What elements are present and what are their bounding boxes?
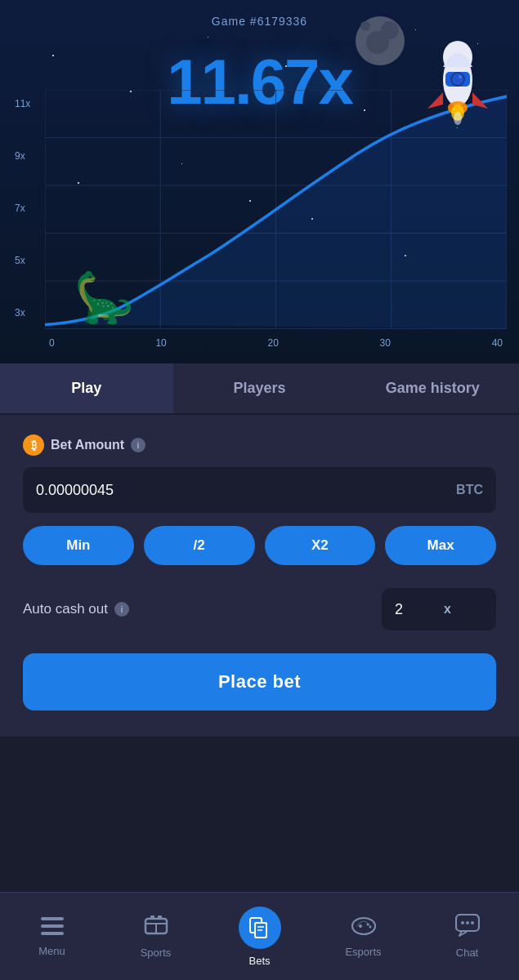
svg-rect-21 xyxy=(41,924,64,928)
y-label-5x: 5x xyxy=(15,255,30,266)
esports-icon xyxy=(351,915,377,942)
svg-rect-22 xyxy=(41,932,64,935)
svg-point-40 xyxy=(466,921,469,924)
btc-icon: ₿ xyxy=(23,434,44,456)
y-label-7x: 7x xyxy=(15,203,30,214)
svg-rect-20 xyxy=(41,917,64,920)
game-id: Game #6179336 xyxy=(212,15,307,28)
tab-players[interactable]: Players xyxy=(173,363,347,413)
bets-icon xyxy=(239,906,281,949)
y-label-3x: 3x xyxy=(15,307,30,318)
nav-label-menu: Menu xyxy=(38,945,65,957)
nav-item-chat[interactable]: Chat xyxy=(415,893,519,980)
tab-game-history[interactable]: Game history xyxy=(346,363,519,413)
x-label-30: 30 xyxy=(380,337,391,349)
nav-item-sports[interactable]: Sports xyxy=(104,893,208,980)
svg-point-8 xyxy=(454,112,462,125)
nav-item-menu[interactable]: Menu xyxy=(0,893,104,980)
menu-icon xyxy=(41,915,64,941)
svg-point-41 xyxy=(471,921,474,924)
bet-currency-label: BTC xyxy=(456,483,483,497)
bet-amount-label-text: Bet Amount xyxy=(51,438,124,452)
bottom-spacer xyxy=(0,737,519,826)
bet-amount-info-icon[interactable]: i xyxy=(131,438,145,452)
half-button[interactable]: /2 xyxy=(144,526,255,565)
moon-decoration xyxy=(356,16,405,65)
character-decoration: 🦕 xyxy=(74,269,135,327)
tabs-bar: Play Players Game history xyxy=(0,363,519,415)
auto-cashout-row: Auto cash out i x xyxy=(23,588,496,630)
nav-label-sports: Sports xyxy=(141,947,172,959)
svg-point-5 xyxy=(459,75,462,78)
max-button[interactable]: Max xyxy=(385,526,496,565)
x-axis-labels: 0 10 20 30 40 xyxy=(49,337,503,349)
auto-cashout-input-wrap: x xyxy=(382,588,496,630)
svg-rect-26 xyxy=(150,915,154,920)
bottom-navigation: Menu Sports Bets xyxy=(0,892,519,980)
bet-input-row: BTC xyxy=(23,467,496,513)
svg-point-33 xyxy=(352,918,375,934)
x-label-10: 10 xyxy=(155,337,166,349)
auto-cashout-suffix: x xyxy=(444,602,451,617)
sports-icon xyxy=(144,914,168,942)
auto-cashout-info-icon[interactable]: i xyxy=(114,602,129,617)
place-bet-button[interactable]: Place bet xyxy=(23,653,496,710)
auto-cashout-input[interactable] xyxy=(395,601,444,618)
auto-cashout-label: Auto cash out i xyxy=(23,601,369,617)
svg-rect-27 xyxy=(158,915,162,920)
play-panel: ₿ Bet Amount i BTC Min /2 X2 Max Auto ca… xyxy=(0,415,519,737)
nav-label-esports: Esports xyxy=(345,946,381,958)
bet-amount-input[interactable] xyxy=(36,482,456,499)
chat-icon xyxy=(455,914,480,942)
x-label-20: 20 xyxy=(267,337,278,349)
rocket-icon xyxy=(421,39,494,125)
y-axis-labels: 11x 9x 7x 5x 3x xyxy=(15,98,30,318)
x-label-0: 0 xyxy=(49,337,55,349)
tab-play[interactable]: Play xyxy=(0,363,173,413)
y-label-11x: 11x xyxy=(15,98,30,109)
svg-point-39 xyxy=(461,921,464,924)
y-label-9x: 9x xyxy=(15,150,30,162)
bet-quick-buttons: Min /2 X2 Max xyxy=(23,526,496,565)
min-button[interactable]: Min xyxy=(23,526,134,565)
nav-item-bets[interactable]: Bets xyxy=(208,893,311,980)
x-label-40: 40 xyxy=(492,337,503,349)
game-chart: Game #6179336 11.67x 🦕 xyxy=(0,0,519,363)
svg-point-4 xyxy=(452,74,463,85)
nav-label-bets: Bets xyxy=(248,955,270,967)
bet-amount-label-row: ₿ Bet Amount i xyxy=(23,434,496,456)
nav-item-esports[interactable]: Esports xyxy=(311,893,415,980)
x2-button[interactable]: X2 xyxy=(265,526,376,565)
nav-label-chat: Chat xyxy=(456,947,478,959)
